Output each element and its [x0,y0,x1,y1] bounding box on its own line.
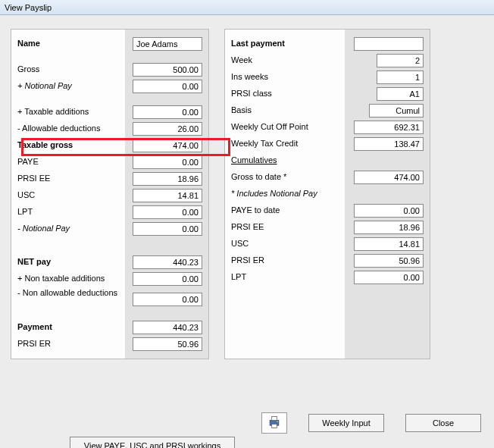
left-labels: Name Gross + Notional Pay + Taxable addi… [11,30,125,359]
taxable-additions-label: + Taxable additions [17,104,119,121]
lpt-cum-field[interactable] [354,271,424,284]
paye-field[interactable] [133,155,202,169]
usc-cum-field[interactable] [354,237,424,251]
taxcredit-label: Weekly Tax Credit [231,136,339,152]
lpt-label: LPT [17,204,119,221]
lpt-cum-label: LPT [231,269,339,286]
prsi-class-label: PRSI class [231,86,339,102]
notional-sub-label: - Notional Pay [17,221,119,237]
cutoff-field[interactable] [354,121,424,134]
basis-field[interactable] [369,104,424,117]
prsi-er-cum-label: PRSI ER [231,252,339,269]
net-pay-label: NET pay [17,254,119,271]
view-workings-button[interactable]: View PAYE, USC and PRSI workings [70,437,235,448]
basis-label: Basis [231,102,339,119]
last-payment-field[interactable] [354,37,424,51]
gross-field[interactable] [133,63,202,77]
net-pay-field[interactable] [133,255,202,269]
week-label: Week [231,52,339,69]
usc-label: USC [17,187,119,204]
prsi-ee-cum-field[interactable] [354,221,424,234]
cutoff-label: Weekly Cut Off Point [231,119,339,136]
nontax-add-field[interactable] [133,272,202,286]
name-field[interactable] [133,37,202,51]
nonallow-ded-field[interactable] [133,293,202,306]
usc-field[interactable] [133,189,202,202]
usc-cum-label: USC [231,236,339,252]
nonallow-ded-label: - Non allowable deductions [17,287,119,310]
close-button[interactable]: Close [405,414,481,432]
ins-weeks-field[interactable] [377,70,424,84]
last-payment-label: Last payment [231,36,339,52]
right-toolbar: Weekly Input Close [261,412,481,434]
prsi-class-field[interactable] [377,87,424,101]
payslip-left-panel: Name Gross + Notional Pay + Taxable addi… [11,29,209,359]
prsi-ee-label: PRSI EE [17,171,119,187]
allowable-deductions-label: - Allowable deductions [17,121,119,137]
payslip-right-panel: Last payment Week Ins weeks PRSI class B… [224,29,430,359]
right-labels: Last payment Week Ins weeks PRSI class B… [225,30,345,359]
payment-field[interactable] [133,321,202,334]
client-area: Name Gross + Notional Pay + Taxable addi… [0,15,494,448]
gross-to-date-field[interactable] [354,171,424,184]
paye-label: PAYE [17,154,119,171]
print-button[interactable] [261,412,287,434]
paye-to-date-field[interactable] [354,204,424,218]
notional-sub-field[interactable] [133,222,202,236]
taxable-additions-field[interactable] [133,105,202,119]
prsi-ee-field[interactable] [133,172,202,186]
ins-weeks-label: Ins weeks [231,69,339,86]
gross-to-date-label: Gross to date * [231,169,339,186]
payment-label: Payment [17,319,119,336]
taxcredit-field[interactable] [354,137,424,151]
prsi-er-cum-field[interactable] [354,254,424,268]
cumulatives-label: Cumulatives [231,152,339,169]
taxable-gross-label: Taxable gross [17,137,119,154]
svg-rect-1 [272,417,277,421]
right-values [345,30,430,359]
svg-rect-2 [272,425,277,428]
left-values [125,30,208,359]
weekly-input-button[interactable]: Weekly Input [308,414,384,432]
paye-to-date-label: PAYE to date [231,202,339,219]
prsi-er-field[interactable] [133,337,202,351]
notional-add-field[interactable] [133,80,202,93]
name-label: Name [17,36,119,52]
prsi-ee-cum-label: PRSI EE [231,219,339,236]
allowable-deductions-field[interactable] [133,122,202,136]
notional-add-label: + Notional Pay [17,78,119,95]
nontax-add-label: + Non taxable additions [17,271,119,287]
lpt-field[interactable] [133,205,202,219]
prsi-er-label: PRSI ER [17,336,119,352]
window-title: View Payslip [0,0,494,15]
svg-point-3 [277,421,278,422]
taxable-gross-field[interactable] [133,139,202,152]
printer-icon [266,415,283,431]
week-field[interactable] [377,54,424,67]
gross-label: Gross [17,61,119,78]
includes-notional-label: * Includes Notional Pay [231,186,339,202]
